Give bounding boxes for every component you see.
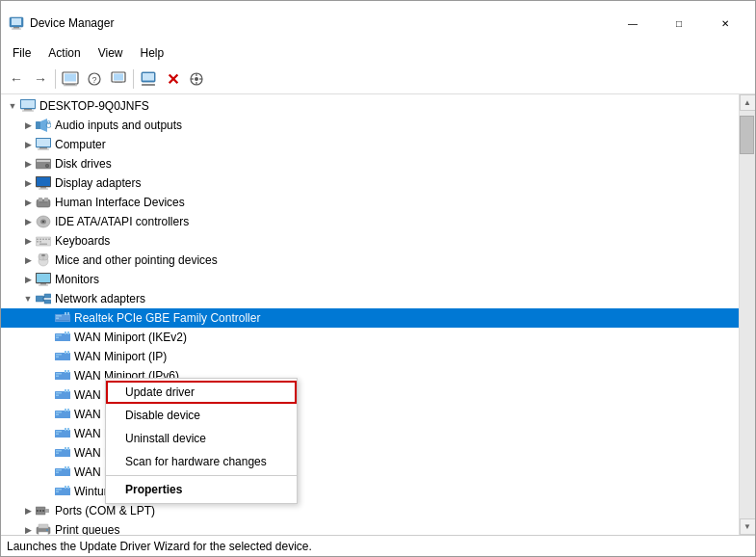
toolbar-btn-2[interactable]: ? — [83, 67, 106, 91]
tree-node-display[interactable]: ▶ Display adapters — [1, 173, 739, 193]
print-label: Print queues — [51, 523, 119, 535]
hid-icon — [36, 195, 51, 210]
svg-rect-7 — [64, 85, 77, 86]
mouse-label: Mice and other pointing devices — [51, 253, 218, 267]
menu-help[interactable]: Help — [133, 43, 172, 63]
expand-computer[interactable]: ▶ — [20, 137, 36, 152]
toolbar-btn-3[interactable] — [107, 67, 130, 91]
ctx-scan-hardware[interactable]: Scan for hardware changes — [106, 450, 297, 473]
scroll-track[interactable] — [740, 111, 755, 518]
ctx-uninstall-device[interactable]: Uninstall device — [106, 427, 297, 450]
svg-rect-67 — [44, 294, 51, 298]
tree-node-mouse[interactable]: ▶ Mice and other pointing devices — [1, 251, 739, 270]
expand-network[interactable]: ▼ — [20, 291, 36, 306]
tree-node-network[interactable]: ▼ Network adapters — [1, 289, 739, 308]
toolbar-btn-1[interactable] — [59, 67, 82, 91]
tree-node-hid[interactable]: ▶ Human Interface Devices — [1, 193, 739, 212]
tree-node-computer[interactable]: ▶ Computer — [1, 135, 739, 154]
expand-kb[interactable]: ▶ — [20, 233, 36, 249]
scroll-down-arrow[interactable]: ▼ — [740, 518, 756, 535]
expand-ports[interactable]: ▶ — [20, 503, 36, 518]
expand-wan1 — [39, 330, 55, 345]
svg-rect-12 — [115, 82, 122, 83]
nic-icon-7 — [55, 445, 70, 461]
toolbar-btn-6[interactable] — [185, 67, 208, 91]
svg-rect-86 — [67, 351, 69, 354]
expand-disk[interactable]: ▶ — [20, 156, 36, 172]
tree-node-root[interactable]: ▼ DESKTOP-9Q0JNFS — [1, 96, 739, 116]
expand-root[interactable]: ▼ — [5, 98, 20, 114]
menu-view[interactable]: View — [91, 43, 131, 63]
maximize-button[interactable]: □ — [657, 9, 701, 38]
root-label: DESKTOP-9Q0JNFS — [36, 99, 149, 113]
expand-audio[interactable]: ▶ — [20, 118, 36, 133]
hid-label: Human Interface Devices — [51, 196, 185, 209]
toolbar-sep-1 — [55, 69, 56, 89]
ctx-properties[interactable]: Properties — [106, 478, 297, 501]
svg-rect-31 — [37, 139, 50, 146]
minimize-button[interactable]: — — [611, 9, 655, 38]
ide-label: IDE ATA/ATAPI controllers — [51, 215, 189, 228]
expand-hid[interactable]: ▶ — [20, 195, 36, 210]
svg-rect-120 — [65, 486, 66, 489]
ctx-disable-device[interactable]: Disable device — [106, 404, 297, 427]
ports-icon — [36, 503, 51, 518]
svg-rect-90 — [65, 370, 66, 373]
svg-rect-53 — [45, 239, 47, 241]
svg-rect-119 — [56, 491, 59, 493]
svg-rect-54 — [48, 239, 50, 241]
expand-wan5 — [39, 407, 55, 422]
tree-node-wan2[interactable]: WAN Miniport (IP) — [1, 347, 739, 366]
svg-rect-52 — [42, 239, 44, 241]
print-icon — [36, 522, 51, 535]
svg-rect-14 — [143, 73, 154, 81]
tree-node-ide[interactable]: ▶ IDE ATA/ATAPI controllers — [1, 212, 739, 231]
svg-rect-89 — [56, 376, 59, 378]
scrollbar-right[interactable]: ▲ ▼ — [739, 94, 755, 535]
menu-action[interactable]: Action — [40, 43, 88, 63]
scroll-up-arrow[interactable]: ▲ — [740, 94, 756, 111]
svg-rect-15 — [142, 84, 155, 86]
tree-node-wan1[interactable]: WAN Miniport (IKEv2) — [1, 328, 739, 347]
toolbar-btn-5[interactable]: ✕ — [161, 67, 184, 91]
ide-icon — [36, 214, 51, 229]
tree-node-print[interactable]: ▶ Print queues — [1, 520, 739, 535]
tree-node-kb[interactable]: ▶ Keyboards — [1, 231, 739, 251]
svg-rect-105 — [65, 428, 66, 431]
computer-label: Computer — [51, 138, 106, 151]
expand-ide[interactable]: ▶ — [20, 214, 36, 229]
svg-rect-1 — [12, 18, 21, 25]
expand-mouse[interactable]: ▶ — [20, 252, 36, 268]
svg-rect-113 — [56, 469, 62, 471]
scroll-thumb[interactable] — [740, 116, 754, 154]
expand-wan2 — [39, 349, 55, 364]
svg-point-125 — [42, 510, 44, 512]
close-button[interactable]: ✕ — [703, 9, 747, 38]
svg-rect-61 — [41, 254, 45, 256]
display-label: Display adapters — [51, 176, 141, 190]
svg-rect-64 — [40, 283, 46, 285]
svg-rect-100 — [65, 409, 66, 411]
menu-file[interactable]: File — [5, 43, 39, 63]
svg-rect-24 — [24, 109, 32, 111]
display-icon — [36, 175, 51, 191]
forward-button[interactable]: → — [29, 67, 52, 91]
tree-node-audio[interactable]: ▶ Audio inputs and outputs — [1, 116, 739, 135]
tree-node-realtek[interactable]: Realtek PCIe GBE Family Controller — [1, 308, 739, 328]
svg-rect-81 — [67, 332, 69, 334]
tree-area[interactable]: ▼ DESKTOP-9Q0JNFS ▶ Audio inputs and out… — [1, 94, 739, 535]
expand-monitors[interactable]: ▶ — [20, 272, 36, 287]
tree-node-disk[interactable]: ▶ Disk drives — [1, 154, 739, 173]
tree-node-monitors[interactable]: ▶ Monitors — [1, 270, 739, 289]
expand-wan7 — [39, 445, 55, 461]
ctx-update-driver[interactable]: Update driver — [106, 381, 297, 404]
back-button[interactable]: ← — [5, 67, 28, 91]
tree-node-ports[interactable]: ▶ Ports (COM & LPT) — [1, 501, 739, 520]
wan1-label: WAN Miniport (IKEv2) — [70, 331, 187, 344]
app-icon — [9, 15, 24, 31]
toolbar-btn-4[interactable] — [137, 67, 160, 91]
expand-display[interactable]: ▶ — [20, 175, 36, 191]
svg-rect-110 — [65, 447, 66, 450]
expand-print[interactable]: ▶ — [20, 522, 36, 535]
nic-icon-6 — [55, 426, 70, 441]
